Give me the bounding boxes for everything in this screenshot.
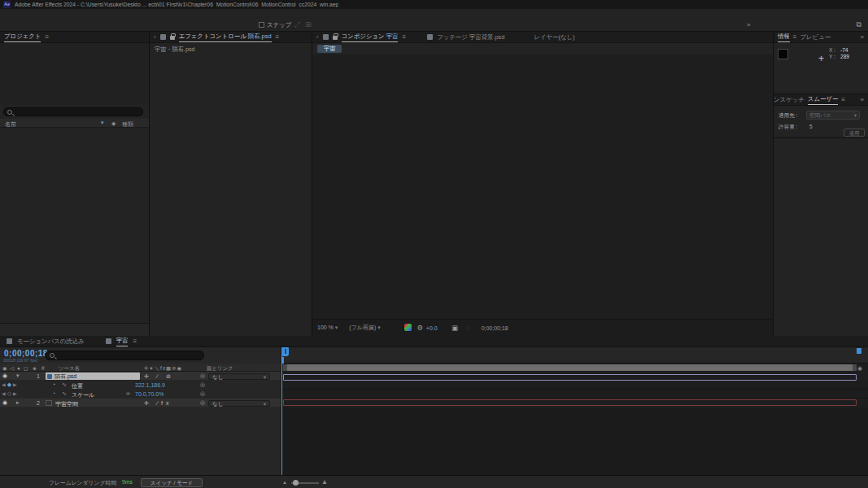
next-keyframe-icon[interactable]: ▶	[13, 390, 17, 397]
pickwhip-icon[interactable]: ◎	[200, 399, 205, 406]
label-color-chip[interactable]	[27, 399, 32, 407]
graph-include-icon[interactable]: ∿	[62, 381, 67, 388]
label-column-icon[interactable]: ◈	[111, 120, 116, 127]
playhead-line[interactable]	[281, 347, 282, 475]
viewer-tab-chip[interactable]: 宇宙	[317, 45, 342, 53]
back-chevron-icon[interactable]: ‹	[154, 33, 156, 41]
prev-keyframe-icon[interactable]: ◀	[2, 390, 6, 397]
panel-menu-icon[interactable]: ≡	[133, 338, 137, 345]
composition-viewport[interactable]	[380, 67, 705, 307]
panel-menu-icon[interactable]: ≡	[793, 33, 797, 41]
tab-info[interactable]: 情報	[778, 33, 790, 42]
tab-layer[interactable]: レイヤー(なし)	[534, 33, 574, 41]
resolution-select[interactable]: (フル画質) ▾	[349, 324, 380, 332]
tab-timeline-active[interactable]: 宇宙	[116, 337, 129, 346]
property-value[interactable]: 322.1,186.9	[135, 382, 165, 388]
panel-menu-icon[interactable]: ≡	[402, 33, 406, 41]
expander-icon[interactable]: ▸	[16, 399, 20, 406]
prev-keyframe-icon[interactable]: ◀	[2, 381, 6, 388]
snap-toggle[interactable]: スナップ	[259, 18, 291, 32]
zoom-out-mountain-icon[interactable]: ▲	[282, 480, 287, 485]
tab-project[interactable]: プロジェクト	[4, 33, 41, 42]
panel-menu-icon[interactable]: ≡	[841, 96, 845, 103]
tab-preview[interactable]: プレビュー	[800, 33, 831, 41]
project-column-header[interactable]: 名前 ▾ ◈ 種類	[0, 119, 149, 128]
audio-column-icon[interactable]: ◁	[10, 365, 14, 372]
playhead-handle[interactable]	[281, 347, 289, 356]
parent-select[interactable]: なし▾	[208, 373, 270, 380]
eye-icon[interactable]: ◉	[2, 399, 7, 406]
next-keyframe-icon[interactable]: ▶	[13, 381, 17, 388]
lock-icon[interactable]	[333, 36, 338, 40]
property-track-position[interactable]	[281, 381, 868, 390]
keyframe-navigator[interactable]: ◀ ◆ ▶	[2, 381, 17, 388]
tab-composition[interactable]: コンポジション 宇宙	[342, 33, 399, 42]
tab-motion-sketch[interactable]: ンスケッチ	[774, 96, 805, 104]
graph-include-icon[interactable]: ∿	[62, 390, 67, 397]
project-search[interactable]	[3, 107, 143, 116]
stopwatch-icon[interactable]: ◔	[52, 390, 55, 396]
workspace-overflow-button[interactable]: »	[747, 18, 750, 32]
panel-menu-icon[interactable]: ≡	[276, 33, 280, 41]
constrain-link-icon[interactable]: ∞	[126, 390, 130, 396]
layer-bar-2[interactable]	[283, 399, 857, 407]
timeline-zoom-knob[interactable]	[293, 480, 299, 486]
eye-icon[interactable]: ◉	[2, 373, 7, 379]
property-track-scale[interactable]	[281, 390, 868, 399]
tab-effect-controls[interactable]: エフェクトコントロール 隕石.psd	[179, 33, 272, 42]
property-row-scale[interactable]: ◀ ◇ ▶ ◔ ∿ スケール ∞ 70.0,70.0% ◎	[0, 390, 281, 399]
timeline-track-area[interactable]: ◉	[281, 347, 868, 475]
snapshot-camera-icon[interactable]: ▣	[449, 324, 461, 332]
lock-icon[interactable]	[170, 36, 175, 40]
channels-icon[interactable]	[402, 324, 414, 333]
lock-column-icon[interactable]: ◻	[24, 365, 28, 372]
sort-arrow-icon[interactable]: ▾	[101, 120, 104, 126]
column-name[interactable]: 名前	[5, 120, 16, 129]
eye-column-icon[interactable]: ◉	[2, 365, 7, 372]
zoom-select[interactable]: 100 % ▾	[317, 325, 338, 331]
pickwhip-icon[interactable]: ◎	[200, 373, 205, 379]
property-name[interactable]: スケール	[72, 391, 95, 399]
stopwatch-icon[interactable]: ◔	[52, 381, 55, 387]
tab-smoother[interactable]: スムーザー	[808, 95, 838, 105]
back-chevron-icon[interactable]: ‹	[316, 33, 319, 41]
label-column-icon[interactable]: ◈	[33, 365, 37, 372]
layer-switches[interactable]: ✛ ∕ ⊘	[144, 373, 174, 380]
current-timecode[interactable]: 0;00;00;18	[4, 349, 48, 358]
keyframe-navigator[interactable]: ◀ ◇ ▶	[2, 390, 17, 397]
layer-row-1[interactable]: ◉ ▾ 1 隕石.psd ✛ ∕ ⊘ ◎ なし▾	[0, 372, 281, 381]
work-area-bar[interactable]	[283, 364, 857, 371]
label-color-chip[interactable]	[27, 373, 32, 380]
property-row-position[interactable]: ◀ ◆ ▶ ◔ ∿ 位置 322.1,186.9 ◎	[0, 381, 281, 390]
solo-column-icon[interactable]: ●	[17, 365, 20, 371]
layer-name-cell[interactable]: 隕石.psd	[46, 373, 140, 380]
tolerance-value[interactable]: 5	[809, 124, 813, 129]
keyframe-toggle-icon[interactable]: ◆	[7, 381, 11, 388]
comp-marker-bin-icon[interactable]: ◉	[857, 365, 862, 372]
tab-timeline-inactive[interactable]: モーションパスの読込み	[17, 338, 85, 346]
parent-select[interactable]: なし▾	[208, 400, 270, 407]
panel-layout-icon[interactable]: ⧉	[857, 18, 861, 32]
keyframe-toggle-icon[interactable]: ◇	[7, 390, 11, 397]
timeline-search[interactable]	[45, 351, 204, 360]
layer-name[interactable]: 宇宙空間	[55, 400, 78, 408]
expander-icon[interactable]: ▾	[16, 373, 20, 379]
time-ruler[interactable]	[281, 347, 868, 364]
apply-button[interactable]: 適用	[844, 129, 865, 137]
pickwhip-icon[interactable]: ◎	[200, 381, 205, 388]
zoom-in-mountain-icon[interactable]: ▲	[321, 478, 328, 486]
resolution-gear-icon[interactable]: ⚙	[414, 324, 426, 332]
panel-overflow-icon[interactable]: »	[861, 33, 864, 41]
panel-menu-icon[interactable]: ≡	[45, 33, 49, 41]
pickwhip-icon[interactable]: ◎	[200, 390, 205, 397]
comp-timecode[interactable]: 0;00;00;18	[482, 325, 508, 331]
show-snapshot-icon[interactable]: ◌	[461, 324, 473, 332]
apply-to-select[interactable]: 空間パス▾	[806, 111, 860, 120]
solid-swatch[interactable]	[46, 400, 52, 406]
tab-footage[interactable]: フッテージ 宇宙背景.psd	[437, 33, 504, 41]
layer-row-2[interactable]: ◉ ▸ 2 宇宙空間 ✛ ∕fx ◎ なし▾	[0, 399, 281, 407]
property-value[interactable]: 70.0,70.0%	[135, 391, 164, 397]
panel-overflow-icon[interactable]: »	[861, 96, 864, 103]
layer-switches[interactable]: ✛ ∕fx	[144, 400, 172, 407]
column-type[interactable]: 種類	[122, 120, 133, 129]
